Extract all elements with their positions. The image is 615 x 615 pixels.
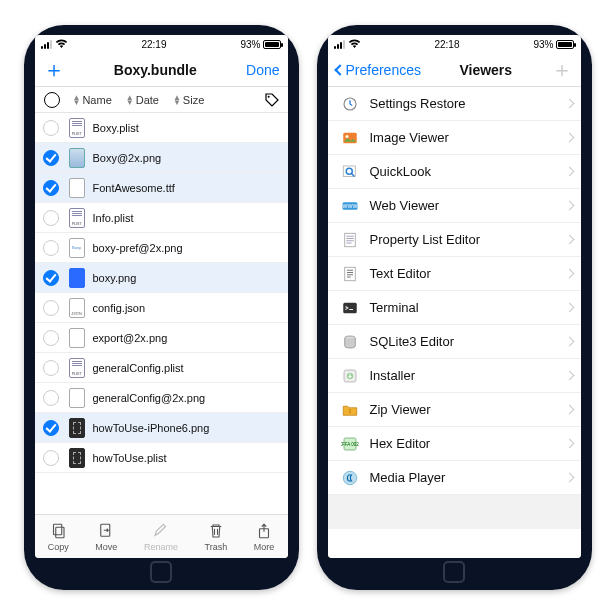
viewer-icon bbox=[338, 468, 362, 488]
viewer-row[interactable]: Image Viewer bbox=[328, 121, 581, 155]
navbar: Preferences Viewers ＋ bbox=[328, 53, 581, 87]
tag-column[interactable] bbox=[212, 92, 283, 108]
viewer-row[interactable]: CFFA 0029Hex Editor bbox=[328, 427, 581, 461]
viewer-label: Hex Editor bbox=[370, 436, 566, 451]
select-checkbox[interactable] bbox=[41, 180, 61, 196]
select-checkbox[interactable] bbox=[41, 120, 61, 136]
viewer-row[interactable]: Zip Viewer bbox=[328, 393, 581, 427]
file-name: export@2x.png bbox=[93, 332, 284, 344]
home-button[interactable] bbox=[443, 561, 465, 583]
viewer-icon bbox=[338, 298, 362, 318]
file-row[interactable]: boxy-pref@2x.png bbox=[35, 233, 288, 263]
chevron-right-icon bbox=[564, 201, 574, 211]
select-checkbox[interactable] bbox=[41, 300, 61, 316]
phone-left: 22:19 93% ＋ Boxy.bundle Done ▲▼Name ▲▼Da… bbox=[24, 25, 299, 590]
file-row[interactable]: FontAwesome.ttf bbox=[35, 173, 288, 203]
viewer-row[interactable]: Property List Editor bbox=[328, 223, 581, 257]
status-time: 22:18 bbox=[434, 39, 459, 50]
svg-rect-1 bbox=[54, 524, 62, 535]
file-row[interactable]: howToUse-iPhone6.png bbox=[35, 413, 288, 443]
file-icon bbox=[67, 238, 87, 258]
file-row[interactable]: Info.plist bbox=[35, 203, 288, 233]
viewer-icon bbox=[338, 128, 362, 148]
viewer-row[interactable]: Media Player bbox=[328, 461, 581, 495]
viewer-label: Terminal bbox=[370, 300, 566, 315]
file-row[interactable]: Boxy.plist bbox=[35, 113, 288, 143]
select-checkbox[interactable] bbox=[41, 270, 61, 286]
select-checkbox[interactable] bbox=[41, 360, 61, 376]
column-headers: ▲▼Name ▲▼Date ▲▼Size bbox=[35, 87, 288, 113]
viewer-icon: WWW bbox=[338, 196, 362, 216]
viewer-row[interactable]: Text Editor bbox=[328, 257, 581, 291]
col-date[interactable]: ▲▼Date bbox=[120, 94, 165, 106]
select-checkbox[interactable] bbox=[41, 390, 61, 406]
file-icon bbox=[67, 208, 87, 228]
viewer-row[interactable]: SQLite3 Editor bbox=[328, 325, 581, 359]
viewer-label: Installer bbox=[370, 368, 566, 383]
add-button[interactable]: ＋ bbox=[43, 59, 65, 81]
col-size[interactable]: ▲▼Size bbox=[167, 94, 210, 106]
chevron-right-icon bbox=[564, 303, 574, 313]
viewer-row[interactable]: Settings Restore bbox=[328, 87, 581, 121]
viewer-row[interactable]: Installer bbox=[328, 359, 581, 393]
navbar: ＋ Boxy.bundle Done bbox=[35, 53, 288, 87]
back-button[interactable]: Preferences bbox=[336, 62, 421, 78]
select-checkbox[interactable] bbox=[41, 330, 61, 346]
battery-percent: 93% bbox=[533, 39, 553, 50]
file-row[interactable]: config.json bbox=[35, 293, 288, 323]
file-icon bbox=[67, 328, 87, 348]
home-button[interactable] bbox=[150, 561, 172, 583]
empty-row bbox=[328, 495, 581, 529]
file-icon bbox=[67, 418, 87, 438]
done-button[interactable]: Done bbox=[246, 62, 279, 78]
select-checkbox[interactable] bbox=[41, 420, 61, 436]
file-name: FontAwesome.ttf bbox=[93, 182, 284, 194]
toolbar-more[interactable]: More bbox=[254, 522, 275, 552]
viewer-icon bbox=[338, 400, 362, 420]
file-name: Info.plist bbox=[93, 212, 284, 224]
file-name: Boxy@2x.png bbox=[93, 152, 284, 164]
battery-percent: 93% bbox=[240, 39, 260, 50]
file-row[interactable]: boxy.png bbox=[35, 263, 288, 293]
nav-title: Boxy.bundle bbox=[114, 62, 197, 78]
viewer-icon bbox=[338, 230, 362, 250]
viewer-row[interactable]: Terminal bbox=[328, 291, 581, 325]
svg-text:WWW: WWW bbox=[342, 203, 357, 209]
file-name: config.json bbox=[93, 302, 284, 314]
svg-rect-13 bbox=[344, 267, 355, 281]
toolbar-trash[interactable]: Trash bbox=[204, 522, 227, 552]
file-row[interactable]: howToUse.plist bbox=[35, 443, 288, 473]
screen-left: 22:19 93% ＋ Boxy.bundle Done ▲▼Name ▲▼Da… bbox=[35, 35, 288, 558]
svg-rect-12 bbox=[344, 233, 355, 247]
nav-title: Viewers bbox=[459, 62, 512, 78]
select-checkbox[interactable] bbox=[41, 210, 61, 226]
chevron-right-icon bbox=[564, 99, 574, 109]
viewer-icon bbox=[338, 332, 362, 352]
viewer-label: Text Editor bbox=[370, 266, 566, 281]
wifi-icon bbox=[55, 39, 68, 49]
tag-icon bbox=[264, 92, 280, 108]
viewer-label: Image Viewer bbox=[370, 130, 566, 145]
select-checkbox[interactable] bbox=[41, 450, 61, 466]
file-list: Boxy.plistBoxy@2x.pngFontAwesome.ttfInfo… bbox=[35, 113, 288, 514]
file-name: generalConfig.plist bbox=[93, 362, 284, 374]
file-row[interactable]: generalConfig@2x.png bbox=[35, 383, 288, 413]
file-row[interactable]: export@2x.png bbox=[35, 323, 288, 353]
file-row[interactable]: Boxy@2x.png bbox=[35, 143, 288, 173]
file-row[interactable]: generalConfig.plist bbox=[35, 353, 288, 383]
file-name: boxy.png bbox=[93, 272, 284, 284]
phone-right: 22:18 93% Preferences Viewers ＋ Settings… bbox=[317, 25, 592, 590]
chevron-right-icon bbox=[564, 371, 574, 381]
col-name[interactable]: ▲▼Name bbox=[67, 94, 118, 106]
viewer-label: Web Viewer bbox=[370, 198, 566, 213]
toolbar-move[interactable]: Move bbox=[95, 522, 117, 552]
viewer-label: Property List Editor bbox=[370, 232, 566, 247]
select-checkbox[interactable] bbox=[41, 150, 61, 166]
select-checkbox[interactable] bbox=[41, 240, 61, 256]
statusbar: 22:19 93% bbox=[35, 35, 288, 53]
signal-icon bbox=[41, 40, 52, 49]
toolbar-copy[interactable]: Copy bbox=[48, 522, 69, 552]
viewer-row[interactable]: WWWWeb Viewer bbox=[328, 189, 581, 223]
viewer-row[interactable]: QuickLook bbox=[328, 155, 581, 189]
select-all[interactable] bbox=[39, 92, 65, 108]
